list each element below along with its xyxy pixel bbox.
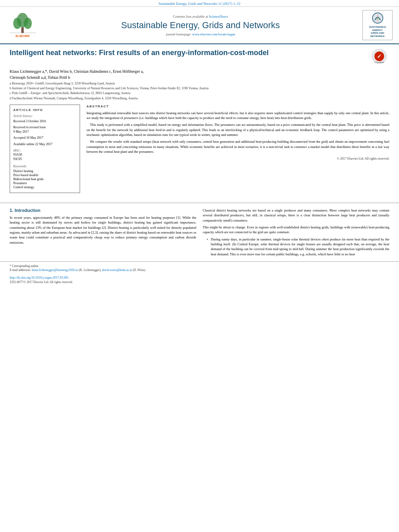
received-date: Received 3 October 2016 — [13, 119, 76, 123]
keyword-1: District heating — [13, 169, 76, 173]
email2-link[interactable]: david.woess@boku.ac.at — [102, 268, 132, 272]
copyright-line: © 2017 Elsevier Ltd. All rights reserved… — [86, 156, 389, 161]
intro-right-text: Classical district heating networks are … — [203, 208, 389, 257]
intro-left-text: In recent years, approximately 48% of th… — [10, 215, 196, 245]
abstract-p3: We compare the results with standard set… — [86, 139, 389, 154]
abstract-p2: This study is performed with a simplifie… — [86, 122, 389, 137]
authors-line1: Klaus Lichtenegger a,*, David Wöss b, Ch… — [10, 69, 389, 74]
keyword-4: Prosumers — [13, 181, 76, 185]
revised-date: Received in revised form9 May 2017 — [13, 125, 76, 134]
history-label: Article history: — [13, 114, 76, 118]
keyword-5: Control strategy — [13, 185, 76, 189]
keyword-2: Price-based models — [13, 173, 76, 177]
svg-text:✓: ✓ — [377, 53, 382, 60]
affiliation-c: c Pink GmbH – Energie- und Speichertechn… — [10, 91, 389, 95]
footnote-section: * Corresponding author. E-mail addresses… — [0, 261, 399, 273]
bullet-list: During sunny days, in particular in summ… — [207, 237, 389, 257]
article-body: Intelligent heat networks: First results… — [0, 44, 399, 198]
affiliation-a: a Bioenergy 2020+ GmbH, Gewerbepark Haag… — [10, 81, 389, 86]
msc-values: 93A3093C95 — [13, 152, 76, 161]
footer-links: http://dx.doi.org/10.1016/j.segan.2017.0… — [0, 273, 399, 286]
homepage-url[interactable]: www.elsevier.com/locate/segan — [192, 32, 235, 36]
contents-line: Contents lists available at ScienceDirec… — [39, 14, 362, 18]
journal-name-link[interactable]: Sustainable Energy, Grids and Networks 1… — [158, 2, 240, 6]
keywords-section: Keywords: District heating Price-based m… — [13, 164, 76, 189]
journal-logo-svg — [372, 12, 384, 24]
abstract-p1: Integrating additional renewable heat so… — [86, 111, 389, 121]
article-info-heading: ARTICLE INFO — [13, 108, 76, 112]
footnote-email-line: E-mail addresses: klaus.lichtenegger@bio… — [10, 268, 389, 273]
intro-right: Classical district heating networks are … — [203, 208, 389, 258]
article-title-text: Intelligent heat networks: First results… — [10, 48, 365, 61]
intro-right-p2: This might be about to change. Even in r… — [203, 225, 389, 235]
footnote-corresponding: * Corresponding author. — [10, 264, 389, 269]
article-info-box: ARTICLE INFO Article history: Received 3… — [10, 105, 80, 193]
svg-text:ELSEVIER: ELSEVIER — [15, 35, 29, 37]
article-title-section: Intelligent heat networks: First results… — [10, 48, 389, 65]
left-column: ARTICLE INFO Article history: Received 3… — [10, 105, 80, 193]
affiliations: a Bioenergy 2020+ GmbH, Gewerbepark Haag… — [10, 81, 389, 101]
available-date: Available online 22 May 2017 — [13, 142, 76, 146]
publisher-header: ELSEVIER Contents lists available at Sci… — [0, 7, 399, 44]
accepted-date: Accepted 10 May 2017 — [13, 136, 76, 140]
keyword-3: Bidirectional heat grids — [13, 177, 76, 181]
email1-link[interactable]: klaus.lichtenegger@bioenergy2020.eu — [32, 268, 78, 272]
svg-point-3 — [24, 18, 32, 29]
svg-text:CrossMark: CrossMark — [374, 61, 385, 64]
science-direct-link[interactable]: ScienceDirect — [209, 14, 228, 18]
abstract-text: Integrating additional renewable heat so… — [86, 111, 389, 161]
affiliation-d: d Fachhochschule Wiener Neustadt, Campus… — [10, 96, 389, 101]
bullet-item-1: During sunny days, in particular in summ… — [207, 237, 389, 257]
abstract-heading: ABSTRACT — [86, 105, 389, 108]
authors-line2: Christoph Schmidl a,d, Tobias Pröll b — [10, 75, 389, 80]
msc-section: MSC: 93A3093C95 — [13, 149, 76, 161]
intro-right-p1: Classical district heating networks are … — [203, 208, 389, 223]
homepage-line: journal homepage: www.elsevier.com/locat… — [39, 32, 362, 36]
intro-left: 1. Introduction In recent years, approxi… — [10, 208, 196, 258]
main-content: 1. Introduction In recent years, approxi… — [0, 208, 399, 258]
journal-logo-box: SUSTAINABLEENERGYGRIDS ANDNETWORKS — [362, 10, 393, 40]
elsevier-logo: ELSEVIER — [6, 12, 39, 38]
keywords-label: Keywords: — [13, 164, 76, 168]
footnote-text: * Corresponding author. E-mail addresses… — [10, 264, 389, 273]
crossmark-logo[interactable]: ✓ CrossMark — [369, 48, 389, 65]
svg-rect-4 — [21, 27, 24, 33]
journal-logo-right: SUSTAINABLEENERGYGRIDS ANDNETWORKS — [362, 10, 393, 40]
issn-line: 2352-4677/© 2017 Elsevier Ltd. All right… — [10, 280, 389, 284]
msc-label: MSC: — [13, 149, 76, 152]
affiliation-b: b Institute of Chemical and Energy Engin… — [10, 86, 389, 90]
section1-title: 1. Introduction — [10, 208, 196, 213]
abstract-section: ABSTRACT Integrating additional renewabl… — [86, 105, 389, 193]
journal-header-bar: Sustainable Energy, Grids and Networks 1… — [0, 0, 399, 7]
elsevier-svg: ELSEVIER — [8, 12, 38, 38]
article-info-abstract: ARTICLE INFO Article history: Received 3… — [10, 105, 389, 193]
doi-link[interactable]: http://dx.doi.org/10.1016/j.segan.2017.0… — [10, 276, 389, 279]
article-title: Intelligent heat networks: First results… — [10, 48, 365, 58]
intro-p1: In recent years, approximately 48% of th… — [10, 215, 196, 245]
publisher-center: Contents lists available at ScienceDirec… — [39, 14, 362, 36]
svg-point-2 — [13, 18, 21, 29]
crossmark-icon: ✓ CrossMark — [371, 48, 387, 64]
journal-title: Sustainable Energy, Grids and Networks — [39, 20, 362, 31]
